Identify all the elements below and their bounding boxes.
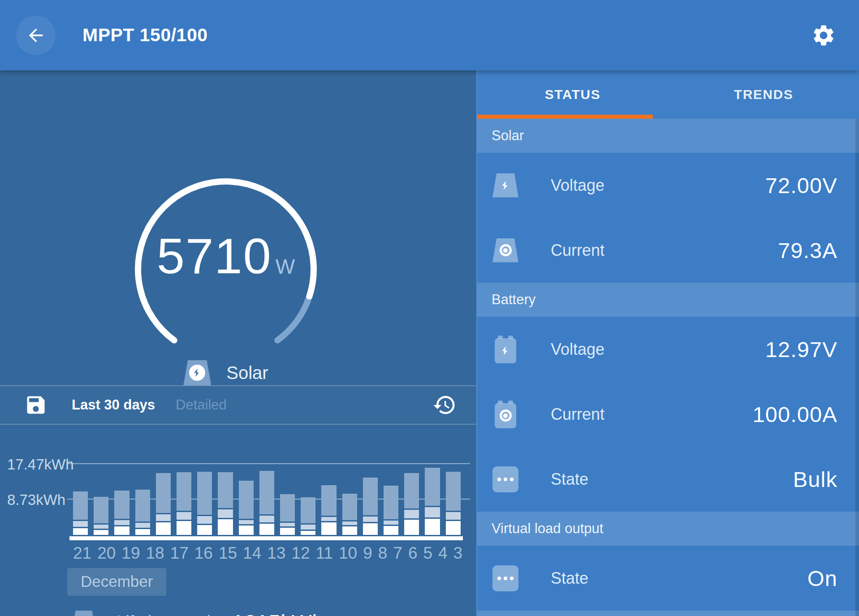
- range-tab-detailed[interactable]: Detailed: [176, 397, 227, 413]
- bar-segment: [156, 514, 171, 521]
- solar-panel-icon: [183, 360, 211, 385]
- bar-segment: [197, 525, 212, 535]
- bar-segment: [239, 481, 254, 519]
- bar-segment: [446, 521, 461, 535]
- day-label-14: 14: [243, 544, 261, 563]
- bar-segment: [384, 521, 398, 525]
- gear-icon: [811, 23, 836, 48]
- row-label: Current: [551, 405, 604, 424]
- section-header-solar: Solar: [477, 119, 859, 153]
- bar-segment: [404, 520, 419, 535]
- chart-day-labels: 2120191817161514131211109876543: [73, 544, 461, 563]
- section-header-partial: [477, 611, 859, 616]
- bar-segment: [321, 522, 336, 535]
- bar-segment: [363, 517, 378, 522]
- live-data-panel: 5710 W Solar L: [0, 70, 476, 616]
- scrollbar[interactable]: [855, 119, 859, 616]
- range-tab-last-30-days[interactable]: Last 30 days: [72, 397, 155, 413]
- solar-voltage-row: Voltage72.00V: [477, 153, 859, 218]
- bar-segment: [135, 490, 150, 521]
- bar-segment: [114, 491, 129, 518]
- row-value: Bulk: [793, 467, 837, 492]
- y-axis-label: 17.47kWh: [0, 456, 59, 473]
- bar-segment: [301, 531, 315, 535]
- day-label-8: 8: [378, 544, 388, 563]
- bar-segment: [280, 523, 295, 526]
- day-label-12: 12: [291, 544, 310, 563]
- tab-status[interactable]: STATUS: [477, 70, 668, 119]
- bar-segment: [218, 519, 233, 535]
- battery-bolt-icon: [492, 336, 519, 363]
- active-tab-underline: [477, 115, 653, 119]
- chart-bar-day-19: [114, 491, 129, 535]
- chart-bar-day-3: [446, 472, 461, 535]
- day-label-20: 20: [97, 544, 116, 563]
- bar-segment: [239, 526, 254, 535]
- bar-segment: [239, 520, 254, 525]
- chart-gridline: [67, 463, 470, 464]
- y-axis-label: 8.73kWh: [0, 491, 59, 508]
- bar-segment: [177, 512, 191, 520]
- chart-bar-day-13: [239, 481, 254, 535]
- virtual-load-output-state-row: StateOn: [477, 546, 859, 611]
- lifetime-total-row: Lifetime total 1215kWh: [72, 607, 476, 616]
- status-trends-tabs: STATUS TRENDS: [477, 70, 859, 119]
- history-button[interactable]: [432, 392, 458, 418]
- save-icon: [24, 393, 47, 417]
- bar-segment: [259, 524, 274, 535]
- day-label-18: 18: [146, 544, 164, 563]
- dots-icon: [492, 564, 519, 592]
- chart-bar-day-11: [280, 494, 295, 535]
- chart-bar-day-17: [156, 473, 171, 535]
- bar-segment: [94, 530, 108, 535]
- chart-bar-day-12: [259, 471, 274, 535]
- row-label: State: [551, 569, 588, 588]
- bar-segment: [321, 485, 336, 516]
- gauge-label: Solar: [226, 363, 268, 383]
- bar-segment: [425, 468, 440, 506]
- chart-bar-day-6: [384, 486, 398, 535]
- bar-segment: [446, 472, 461, 511]
- day-label-13: 13: [267, 544, 285, 563]
- bar-segment: [177, 472, 191, 511]
- bar-segment: [301, 525, 315, 530]
- bar-segment: [384, 486, 398, 519]
- bar-segment: [135, 523, 150, 528]
- day-label-6: 6: [408, 544, 418, 563]
- bar-segment: [73, 521, 88, 526]
- bar-segment: [73, 491, 88, 520]
- status-panel: STATUS TRENDS SolarVoltage72.00VCurrent7…: [476, 70, 859, 616]
- bar-segment: [156, 522, 171, 535]
- bar-segment: [301, 497, 315, 524]
- back-button[interactable]: [16, 16, 56, 55]
- save-button[interactable]: [23, 392, 48, 418]
- day-label-11: 11: [316, 544, 333, 563]
- solar-target-icon: [492, 237, 519, 264]
- bar-segment: [280, 494, 295, 521]
- bar-segment: [404, 473, 419, 508]
- row-label: State: [551, 470, 588, 489]
- chart-bar-day-21: [73, 491, 88, 535]
- chart-bar-day-10: [301, 497, 315, 535]
- settings-button[interactable]: [808, 20, 839, 51]
- day-label-16: 16: [194, 544, 213, 563]
- bar-segment: [425, 507, 440, 517]
- bar-segment: [363, 478, 378, 516]
- chart-bar-day-7: [363, 478, 378, 535]
- dots-icon: [492, 465, 519, 493]
- main-content: 5710 W Solar L: [0, 70, 859, 616]
- bar-segment: [114, 526, 129, 535]
- bar-segment: [218, 509, 233, 518]
- bar-segment: [321, 517, 336, 521]
- section-header-virtual-load-output: Virtual load output: [477, 512, 859, 546]
- day-label-10: 10: [339, 544, 357, 563]
- day-label-9: 9: [363, 544, 372, 563]
- solar-gauge: 5710 W Solar: [0, 70, 476, 319]
- page-title: MPPT 150/100: [82, 25, 208, 46]
- lifetime-total-value: 1215kWh: [232, 610, 324, 616]
- tab-trends[interactable]: TRENDS: [668, 70, 859, 119]
- bar-segment: [94, 525, 108, 529]
- row-value: 100.00A: [752, 402, 837, 427]
- bar-segment: [425, 519, 440, 535]
- solar-history-chart: 17.47kWh8.73kWh: [0, 448, 476, 540]
